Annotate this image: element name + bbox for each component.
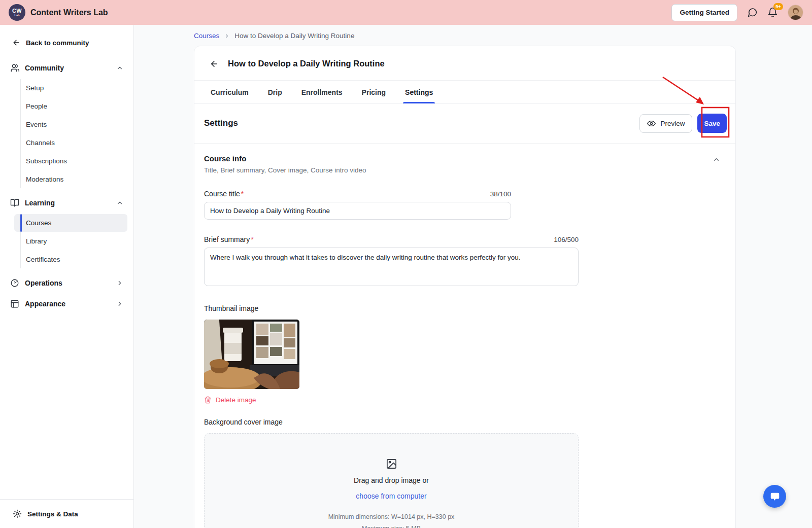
course-title-counter: 38/100	[490, 190, 511, 198]
topbar-actions: Getting Started 9+	[671, 4, 803, 21]
sidebar: Back to community Community Setup People…	[0, 25, 134, 528]
sidebar-section-learning[interactable]: Learning	[0, 192, 133, 213]
brief-summary-label: Brief summary*	[204, 235, 254, 243]
community-logo[interactable]: CW Lab	[9, 4, 25, 21]
getting-started-button[interactable]: Getting Started	[671, 4, 737, 21]
settings-and-data-link[interactable]: Settings & Data	[0, 499, 133, 528]
tab-settings[interactable]: Settings	[404, 81, 434, 103]
logo-text: CW	[12, 8, 22, 14]
preview-button[interactable]: Preview	[639, 114, 692, 133]
back-to-community-link[interactable]: Back to community	[0, 25, 133, 57]
settings-and-data-label: Settings & Data	[27, 510, 78, 518]
brief-summary-field: Brief summary* 106/500 Where I walk you …	[204, 235, 720, 288]
sidebar-item-subscriptions[interactable]: Subscriptions	[14, 152, 127, 170]
user-avatar[interactable]	[788, 5, 803, 20]
gauge-icon	[10, 278, 19, 288]
thumbnail-field: Thumbnail image	[204, 304, 720, 404]
sidebar-item-channels[interactable]: Channels	[14, 134, 127, 152]
tab-curriculum[interactable]: Curriculum	[210, 81, 250, 103]
dropzone-max-size: Maximum size: 5 MB	[362, 525, 421, 528]
chevron-right-icon	[116, 279, 123, 287]
sidebar-section-label: Appearance	[25, 300, 65, 308]
sidebar-item-certificates[interactable]: Certificates	[14, 251, 127, 268]
notification-badge: 9+	[773, 3, 783, 10]
sidebar-item-people[interactable]: People	[14, 97, 127, 115]
settings-heading: Settings	[204, 118, 238, 128]
sidebar-section-label: Community	[25, 64, 64, 72]
delete-image-label: Delete image	[216, 396, 256, 404]
community-icon	[10, 63, 19, 73]
sidebar-section-operations[interactable]: Operations	[0, 272, 133, 293]
collapse-chevron-up-icon[interactable]	[713, 156, 720, 163]
tab-enrollments[interactable]: Enrollments	[300, 81, 344, 103]
brief-summary-counter: 106/500	[554, 236, 579, 243]
eye-icon	[647, 119, 656, 128]
breadcrumb: Courses How to Develop a Daily Writing R…	[194, 32, 812, 40]
chevron-right-icon	[224, 33, 230, 39]
chevron-up-icon	[116, 64, 123, 72]
trash-icon	[204, 396, 212, 404]
settings-toolbar: Settings Preview Save	[194, 103, 735, 143]
community-subnav: Setup People Events Channels Subscriptio…	[0, 78, 133, 192]
breadcrumb-current: How to Develop a Daily Writing Routine	[234, 32, 354, 40]
chat-bubble-filled-icon	[769, 491, 781, 502]
gear-icon	[13, 509, 22, 518]
back-to-community-label: Back to community	[26, 39, 89, 47]
course-info-section: Course info Title, Brief summary, Cover …	[194, 143, 735, 528]
save-button[interactable]: Save	[697, 114, 727, 133]
choose-from-computer-link[interactable]: choose from computer	[356, 492, 426, 500]
required-asterisk: *	[241, 190, 244, 198]
course-title-input[interactable]	[204, 202, 511, 220]
chat-widget-button[interactable]	[763, 485, 786, 508]
logo-subtext: Lab	[15, 14, 20, 17]
section-subtitle: Title, Brief summary, Cover image, Cours…	[204, 166, 366, 174]
dropzone-text: Drag and drop image or	[354, 476, 429, 484]
sidebar-section-appearance[interactable]: Appearance	[0, 293, 133, 314]
thumbnail-label: Thumbnail image	[204, 304, 258, 312]
course-settings-card: How to Develop a Daily Writing Routine C…	[194, 46, 736, 528]
required-asterisk: *	[251, 235, 253, 243]
chat-bubble-icon	[747, 7, 758, 18]
sidebar-item-moderations[interactable]: Moderations	[14, 170, 127, 188]
settings-actions: Preview Save	[639, 114, 727, 133]
course-info-header: Course info Title, Brief summary, Cover …	[204, 154, 720, 174]
messages-button[interactable]	[747, 7, 758, 18]
course-title-label: Course title*	[204, 190, 244, 198]
cover-image-label: Background cover image	[204, 418, 720, 426]
section-title: Course info	[204, 154, 366, 163]
sidebar-section-label: Learning	[25, 199, 55, 207]
sidebar-section-label: Operations	[25, 279, 62, 287]
sidebar-item-events[interactable]: Events	[14, 116, 127, 133]
back-arrow-icon[interactable]	[210, 59, 219, 68]
learning-subnav: Courses Library Certificates	[0, 213, 133, 272]
course-tabs: Curriculum Drip Enrollments Pricing Sett…	[194, 81, 735, 103]
sidebar-item-courses[interactable]: Courses	[14, 214, 127, 232]
back-arrow-icon	[12, 39, 20, 47]
tab-pricing[interactable]: Pricing	[361, 81, 387, 103]
delete-image-button[interactable]: Delete image	[204, 396, 256, 404]
sidebar-section-community[interactable]: Community	[0, 57, 133, 78]
brief-summary-textarea[interactable]: Where I walk you through what it takes t…	[204, 248, 579, 286]
layout-icon	[10, 299, 19, 308]
sidebar-item-setup[interactable]: Setup	[14, 79, 127, 97]
course-title-heading: How to Develop a Daily Writing Routine	[228, 59, 385, 68]
course-info-titles: Course info Title, Brief summary, Cover …	[204, 154, 366, 174]
chevron-right-icon	[116, 300, 123, 307]
course-title-field: Course title* 38/100	[204, 190, 720, 220]
thumbnail-image	[204, 320, 299, 389]
app-name: Content Writers Lab	[30, 8, 108, 17]
breadcrumb-courses-link[interactable]: Courses	[194, 32, 219, 40]
book-icon	[10, 198, 19, 207]
top-bar: CW Lab Content Writers Lab Getting Start…	[0, 0, 812, 25]
main-content: Courses How to Develop a Daily Writing R…	[134, 25, 812, 528]
tab-drip[interactable]: Drip	[267, 81, 283, 103]
image-icon	[386, 458, 397, 470]
dropzone-min-dimensions: Minimum dimensions: W=1014 px, H=330 px	[328, 513, 455, 520]
sidebar-item-library[interactable]: Library	[14, 232, 127, 250]
cover-image-dropzone[interactable]: Drag and drop image or choose from compu…	[204, 433, 579, 528]
chevron-up-icon	[116, 199, 123, 206]
course-header: How to Develop a Daily Writing Routine	[194, 46, 735, 81]
preview-label: Preview	[660, 120, 685, 127]
notifications-button[interactable]: 9+	[767, 7, 778, 18]
